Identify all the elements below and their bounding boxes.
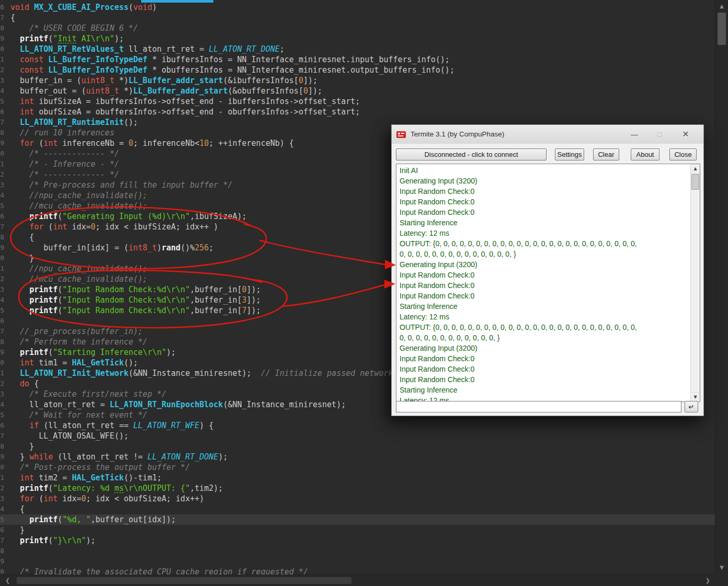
code-line: if (ll_aton_rt_ret == LL_ATON_RT_WFE) { [10, 420, 715, 431]
line-number: 168 [0, 337, 4, 347]
terminal-line: Input Random Check:0 [400, 207, 688, 217]
code-line: int obufSizeA = obuffersInfos->offset_en… [10, 107, 715, 117]
scroll-right-icon[interactable]: ❯ [706, 575, 710, 586]
line-number: 148 [0, 128, 4, 138]
line-number: 182 [0, 483, 4, 493]
terminal-scroll-down-icon[interactable]: ▼ [691, 392, 700, 401]
line-number: 183 [0, 493, 4, 504]
terminal-scrollbar[interactable]: ▲ ▼ [690, 164, 700, 401]
line-number: 136 [0, 2, 4, 13]
line-number: 156 [0, 211, 4, 222]
window-title: Termite 3.1 (by CompuPhase) [411, 125, 504, 144]
code-line [10, 546, 715, 556]
line-number: 189 [0, 556, 4, 567]
scrollbar-corner [715, 575, 728, 586]
termite-icon [396, 131, 407, 141]
line-number: 143 [0, 75, 4, 86]
send-input[interactable] [396, 401, 681, 412]
code-line: { [10, 504, 715, 514]
editor-vscroll-thumb[interactable] [718, 13, 726, 45]
line-number: 140 [0, 44, 4, 54]
terminal-line: Latency: 12 ms [400, 312, 688, 322]
code-line: } [10, 525, 715, 535]
enter-button[interactable]: ↵ [685, 401, 698, 412]
terminal-area[interactable]: Init AIGenerating Input (3200)Input Rand… [396, 164, 700, 402]
line-number: 159 [0, 243, 4, 253]
code-line: printf("Latency: %d ms\r\nOUTPUT: {",tim… [10, 483, 715, 493]
code-line: } [10, 441, 715, 452]
clear-button[interactable]: Clear [593, 148, 619, 160]
code-line: const LL_Buffer_InfoTypeDef * ibuffersIn… [10, 54, 715, 65]
scroll-down-icon[interactable]: ▼ [715, 562, 728, 573]
terminal-line: Latency: 12 ms [400, 228, 688, 238]
line-number: 176 [0, 420, 4, 431]
terminal-line: Generating Input (3200) [400, 259, 688, 270]
editor-vertical-scrollbar[interactable]: ▲ ▼ [715, 0, 728, 575]
line-number: 161 [0, 263, 4, 274]
connection-status-button[interactable]: Disconnected - click to connect [396, 148, 547, 160]
editor-hscroll-thumb[interactable] [17, 577, 351, 584]
terminal-output: Init AIGenerating Input (3200)Input Rand… [396, 165, 691, 402]
line-number: 167 [0, 326, 4, 337]
line-number: 172 [0, 378, 4, 389]
close-button[interactable]: Close [669, 148, 697, 160]
line-number: 138 [0, 23, 4, 33]
terminal-scrollbar-thumb[interactable] [691, 174, 699, 190]
code-line: for (int idx=0; idx < obufSizeA; idx++) [10, 493, 715, 504]
line-number: 177 [0, 431, 4, 441]
line-number: 188 [0, 546, 4, 556]
terminal-line: OUTPUT: {0, 0, 0, 0, 0, 0, 0, 0, 0, 0, 0… [400, 322, 688, 332]
line-number: 166 [0, 316, 4, 326]
about-button[interactable]: About [631, 148, 659, 160]
line-number: 144 [0, 86, 4, 96]
code-line: LL_ATON_RT_RetValues_t ll_aton_rt_ret = … [10, 44, 715, 54]
code-line: /* USER CODE BEGIN 6 */ [10, 23, 715, 33]
line-number: 137 [0, 13, 4, 23]
termite-titlebar[interactable]: Termite 3.1 (by CompuPhase) — □ ✕ [392, 125, 703, 144]
line-number: 175 [0, 410, 4, 420]
editor-horizontal-scrollbar[interactable]: ❮ ❯ [0, 574, 715, 586]
code-line: int tim2 = HAL_GetTick()-tim1; [10, 473, 715, 483]
line-number: 145 [0, 96, 4, 107]
line-number: 170 [0, 358, 4, 368]
code-line: printf("Init AI\r\n"); [10, 33, 715, 44]
line-number: 152 [0, 169, 4, 180]
code-line: /* Post-process the output buffer */ [10, 462, 715, 473]
line-number: 184 [0, 504, 4, 514]
line-number: 171 [0, 368, 4, 378]
line-number: 173 [0, 389, 4, 399]
terminal-line: Input Random Check:0 [400, 186, 688, 197]
line-number: 155 [0, 201, 4, 211]
line-number: 157 [0, 222, 4, 232]
scroll-left-icon[interactable]: ❮ [5, 575, 10, 586]
line-number: 151 [0, 159, 4, 169]
terminal-line: Input Random Check:0 [400, 353, 688, 364]
line-number: 181 [0, 473, 4, 483]
line-number: 153 [0, 180, 4, 190]
terminal-line: OUTPUT: {0, 0, 0, 0, 0, 0, 0, 0, 0, 0, 0… [400, 238, 688, 249]
code-line: LL_ATON_OSAL_WFE(); [10, 431, 715, 441]
line-number: 164 [0, 295, 4, 305]
code-line: printf("}\r\n"); [10, 535, 715, 546]
line-number: 142 [0, 65, 4, 75]
minimize-button[interactable]: — [623, 125, 646, 144]
line-number: 141 [0, 54, 4, 65]
terminal-line: Input Random Check:0 [400, 291, 688, 301]
line-number: 154 [0, 190, 4, 201]
close-icon[interactable]: ✕ [674, 125, 697, 144]
settings-button[interactable]: Settings [555, 148, 584, 160]
termite-window: Termite 3.1 (by CompuPhase) — □ ✕ Discon… [391, 124, 704, 416]
code-line: buffer_out = (uint8_t *)LL_Buffer_addr_s… [10, 86, 715, 96]
terminal-scroll-up-icon[interactable]: ▲ [691, 164, 700, 174]
maximize-button[interactable]: □ [648, 125, 671, 144]
scroll-up-icon[interactable]: ▲ [715, 1, 728, 12]
code-line: int ibufSizeA = ibuffersInfos->offset_en… [10, 96, 715, 107]
terminal-input-row: ↵ [392, 401, 703, 412]
line-number: 185 [0, 514, 4, 525]
terminal-line: Init AI [400, 165, 688, 176]
line-number: 149 [0, 138, 4, 148]
screen: void MX_X_CUBE_AI_Process(void){ /* USER… [0, 0, 728, 586]
terminal-line: Generating Input (3200) [400, 343, 688, 353]
terminal-line: Starting Inference [400, 301, 688, 312]
line-number: 165 [0, 305, 4, 316]
